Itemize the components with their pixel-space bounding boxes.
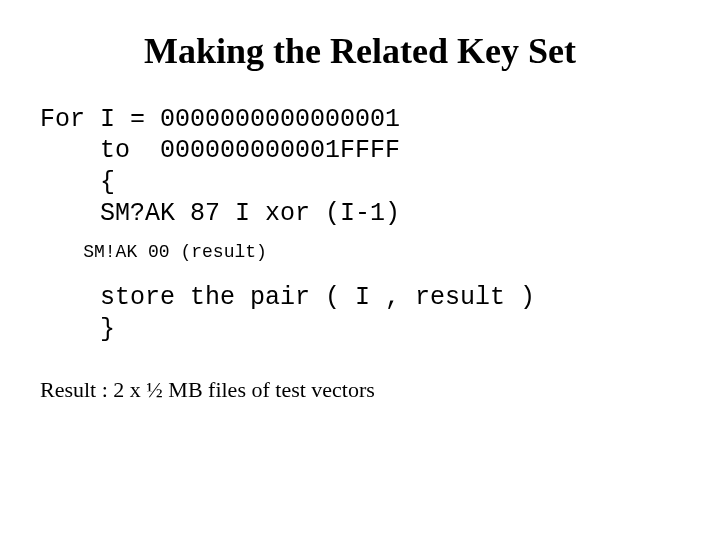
code-line-2: to 000000000001FFFF bbox=[40, 135, 685, 166]
code-line-5: SM!AK 00 (result) bbox=[40, 241, 685, 264]
result-text: Result : 2 x ½ MB files of test vectors bbox=[40, 377, 685, 403]
code-line-3: { bbox=[40, 167, 685, 198]
code-line-4: SM?AK 87 I xor (I-1) bbox=[40, 198, 685, 229]
code-line-7: } bbox=[40, 314, 685, 345]
code-line-6: store the pair ( I , result ) bbox=[40, 282, 685, 313]
slide-title: Making the Related Key Set bbox=[35, 30, 685, 72]
code-line-1: For I = 0000000000000001 bbox=[40, 104, 685, 135]
